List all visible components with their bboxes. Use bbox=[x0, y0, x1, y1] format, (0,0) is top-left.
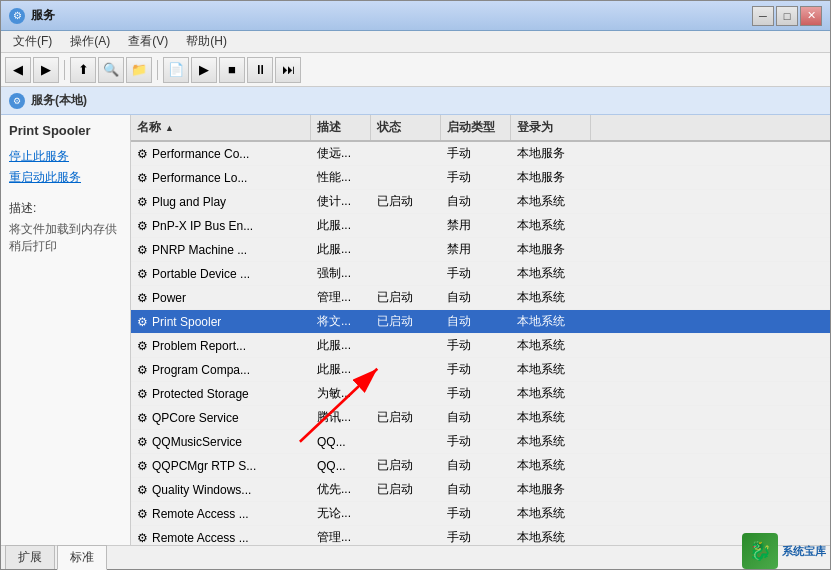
service-name-text: Print Spooler bbox=[152, 315, 221, 329]
restart-button[interactable]: ⏭ bbox=[275, 57, 301, 83]
window-title: 服务 bbox=[31, 7, 55, 24]
watermark-text: 系统宝库 bbox=[782, 544, 826, 559]
table-row[interactable]: ⚙QQPCMgr RTP S...QQ...已启动自动本地系统 bbox=[131, 454, 830, 478]
left-panel-title: Print Spooler bbox=[9, 123, 122, 138]
service-name-cell: ⚙Power bbox=[131, 286, 311, 309]
service-name-text: QQMusicService bbox=[152, 435, 242, 449]
back-button[interactable]: ◀ bbox=[5, 57, 31, 83]
stop-service-link[interactable]: 停止此服务 bbox=[9, 148, 122, 165]
up-button[interactable]: ⬆ bbox=[70, 57, 96, 83]
table-row[interactable]: ⚙Portable Device ...强制...手动本地系统 bbox=[131, 262, 830, 286]
play-button[interactable]: ▶ bbox=[191, 57, 217, 83]
service-desc-cell: QQ... bbox=[311, 430, 371, 453]
table-row[interactable]: ⚙Remote Access ...无论...手动本地系统 bbox=[131, 502, 830, 526]
window-icon: ⚙ bbox=[9, 8, 25, 24]
service-startup-cell: 自动 bbox=[441, 478, 511, 501]
folders-button[interactable]: 📁 bbox=[126, 57, 152, 83]
table-row[interactable]: ⚙Program Compa...此服...手动本地系统 bbox=[131, 358, 830, 382]
close-button[interactable]: ✕ bbox=[800, 6, 822, 26]
tab-standard[interactable]: 标准 bbox=[57, 545, 107, 570]
sort-arrow-icon: ▲ bbox=[165, 123, 174, 133]
maximize-button[interactable]: □ bbox=[776, 6, 798, 26]
stop-button[interactable]: ■ bbox=[219, 57, 245, 83]
service-name-cell: ⚙Print Spooler bbox=[131, 310, 311, 333]
search-button[interactable]: 🔍 bbox=[98, 57, 124, 83]
service-icon: ⚙ bbox=[137, 195, 148, 209]
service-name-text: QPCore Service bbox=[152, 411, 239, 425]
table-row[interactable]: ⚙Plug and Play使计...已启动自动本地系统 bbox=[131, 190, 830, 214]
menu-help[interactable]: 帮助(H) bbox=[178, 31, 235, 52]
service-logon-cell: 本地服务 bbox=[511, 142, 591, 165]
service-name-text: Plug and Play bbox=[152, 195, 226, 209]
service-icon: ⚙ bbox=[137, 531, 148, 545]
service-status-cell bbox=[371, 430, 441, 453]
table-row[interactable]: ⚙Problem Report...此服...手动本地系统 bbox=[131, 334, 830, 358]
service-name-text: QQPCMgr RTP S... bbox=[152, 459, 256, 473]
service-logon-cell: 本地系统 bbox=[511, 190, 591, 213]
forward-button[interactable]: ▶ bbox=[33, 57, 59, 83]
col-header-logon[interactable]: 登录为 bbox=[511, 115, 591, 140]
service-icon: ⚙ bbox=[137, 291, 148, 305]
service-name-cell: ⚙Performance Lo... bbox=[131, 166, 311, 189]
minimize-button[interactable]: ─ bbox=[752, 6, 774, 26]
service-status-cell bbox=[371, 142, 441, 165]
service-desc-cell: 使计... bbox=[311, 190, 371, 213]
service-startup-cell: 手动 bbox=[441, 262, 511, 285]
service-name-text: Performance Co... bbox=[152, 147, 249, 161]
table-row[interactable]: ⚙PNRP Machine ...此服...禁用本地服务 bbox=[131, 238, 830, 262]
service-startup-cell: 禁用 bbox=[441, 238, 511, 261]
toolbar: ◀ ▶ ⬆ 🔍 📁 📄 ▶ ■ ⏸ ⏭ bbox=[1, 53, 830, 87]
service-icon: ⚙ bbox=[137, 147, 148, 161]
menu-action[interactable]: 操作(A) bbox=[62, 31, 118, 52]
right-panel-inner: 名称 ▲ 描述 状态 启动类型 登录为 ⚙Performance Co...使远… bbox=[131, 115, 830, 545]
service-startup-cell: 手动 bbox=[441, 142, 511, 165]
service-name-cell: ⚙Plug and Play bbox=[131, 190, 311, 213]
table-row[interactable]: ⚙Print Spooler将文...已启动自动本地系统 bbox=[131, 310, 830, 334]
col-header-name[interactable]: 名称 ▲ bbox=[131, 115, 311, 140]
service-startup-cell: 自动 bbox=[441, 454, 511, 477]
service-name-cell: ⚙Remote Access ... bbox=[131, 526, 311, 545]
service-desc-cell: 管理... bbox=[311, 526, 371, 545]
table-body[interactable]: ⚙Performance Co...使远...手动本地服务⚙Performanc… bbox=[131, 142, 830, 545]
service-status-cell bbox=[371, 358, 441, 381]
table-row[interactable]: ⚙Performance Lo...性能...手动本地服务 bbox=[131, 166, 830, 190]
desc-title: 描述: bbox=[9, 200, 122, 217]
properties-button[interactable]: 📄 bbox=[163, 57, 189, 83]
tab-expand[interactable]: 扩展 bbox=[5, 545, 55, 569]
toolbar-sep-2 bbox=[157, 60, 158, 80]
service-name-cell: ⚙Quality Windows... bbox=[131, 478, 311, 501]
service-desc-cell: 使远... bbox=[311, 142, 371, 165]
service-name-text: Portable Device ... bbox=[152, 267, 250, 281]
service-desc-cell: 腾讯... bbox=[311, 406, 371, 429]
service-logon-cell: 本地系统 bbox=[511, 262, 591, 285]
table-row[interactable]: ⚙QPCore Service腾讯...已启动自动本地系统 bbox=[131, 406, 830, 430]
col-header-startup[interactable]: 启动类型 bbox=[441, 115, 511, 140]
service-logon-cell: 本地服务 bbox=[511, 166, 591, 189]
table-row[interactable]: ⚙PnP-X IP Bus En...此服...禁用本地系统 bbox=[131, 214, 830, 238]
menu-view[interactable]: 查看(V) bbox=[120, 31, 176, 52]
desc-text: 将文件加载到内存供稍后打印 bbox=[9, 221, 122, 255]
bottom-tabs: 扩展 标准 🐉 系统宝库 bbox=[1, 545, 830, 569]
col-header-desc[interactable]: 描述 bbox=[311, 115, 371, 140]
service-logon-cell: 本地系统 bbox=[511, 526, 591, 545]
table-row[interactable]: ⚙Power管理...已启动自动本地系统 bbox=[131, 286, 830, 310]
table-row[interactable]: ⚙Quality Windows...优先...已启动自动本地服务 bbox=[131, 478, 830, 502]
service-icon: ⚙ bbox=[137, 387, 148, 401]
table-row[interactable]: ⚙Remote Access ...管理...手动本地系统 bbox=[131, 526, 830, 545]
service-name-cell: ⚙Portable Device ... bbox=[131, 262, 311, 285]
service-name-text: Performance Lo... bbox=[152, 171, 247, 185]
service-startup-cell: 自动 bbox=[441, 310, 511, 333]
service-name-text: Quality Windows... bbox=[152, 483, 251, 497]
service-desc-cell: 优先... bbox=[311, 478, 371, 501]
service-icon: ⚙ bbox=[137, 219, 148, 233]
restart-service-link[interactable]: 重启动此服务 bbox=[9, 169, 122, 186]
table-row[interactable]: ⚙Protected Storage为敏...手动本地系统 bbox=[131, 382, 830, 406]
menu-file[interactable]: 文件(F) bbox=[5, 31, 60, 52]
col-header-status[interactable]: 状态 bbox=[371, 115, 441, 140]
service-startup-cell: 手动 bbox=[441, 334, 511, 357]
pause-button[interactable]: ⏸ bbox=[247, 57, 273, 83]
table-row[interactable]: ⚙Performance Co...使远...手动本地服务 bbox=[131, 142, 830, 166]
service-status-cell: 已启动 bbox=[371, 190, 441, 213]
service-name-cell: ⚙QPCore Service bbox=[131, 406, 311, 429]
table-row[interactable]: ⚙QQMusicServiceQQ...手动本地系统 bbox=[131, 430, 830, 454]
